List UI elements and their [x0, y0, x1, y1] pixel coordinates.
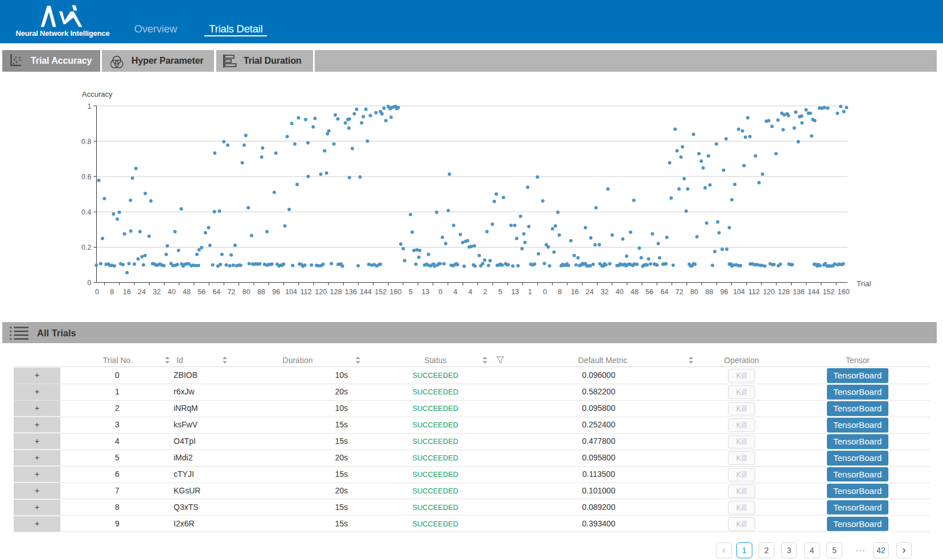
- svg-text:0.4: 0.4: [81, 208, 91, 216]
- svg-text:0.8: 0.8: [81, 138, 91, 146]
- svg-text:Accuracy: Accuracy: [82, 90, 113, 98]
- svg-text:152: 152: [823, 288, 835, 296]
- svg-text:96: 96: [272, 288, 280, 296]
- svg-text:0.6: 0.6: [81, 173, 91, 181]
- svg-text:144: 144: [360, 288, 372, 296]
- svg-text:96: 96: [720, 288, 728, 296]
- svg-text:64: 64: [661, 288, 669, 296]
- svg-text:136: 136: [793, 288, 805, 296]
- svg-text:0: 0: [543, 288, 547, 296]
- svg-text:88: 88: [705, 288, 713, 296]
- svg-text:8: 8: [558, 288, 562, 296]
- svg-text:56: 56: [197, 288, 205, 296]
- svg-text:16: 16: [123, 288, 131, 296]
- svg-text:24: 24: [586, 288, 594, 296]
- svg-text:8: 8: [110, 288, 114, 296]
- svg-text:1: 1: [88, 102, 92, 110]
- svg-text:2: 2: [483, 288, 487, 296]
- svg-text:152: 152: [375, 288, 387, 296]
- svg-text:5: 5: [498, 288, 502, 296]
- svg-text:24: 24: [138, 288, 146, 296]
- svg-text:0: 0: [438, 288, 442, 296]
- svg-text:16: 16: [571, 288, 579, 296]
- svg-text:4: 4: [468, 288, 472, 296]
- svg-text:72: 72: [676, 288, 683, 296]
- svg-text:Trial: Trial: [856, 279, 871, 288]
- svg-text:120: 120: [763, 288, 775, 296]
- svg-text:13: 13: [511, 288, 519, 296]
- svg-text:120: 120: [315, 288, 327, 296]
- svg-text:5: 5: [409, 288, 413, 296]
- svg-text:0: 0: [95, 288, 99, 296]
- svg-text:136: 136: [345, 288, 357, 296]
- svg-text:112: 112: [300, 288, 312, 296]
- svg-text:1: 1: [528, 288, 532, 296]
- svg-text:104: 104: [285, 288, 297, 296]
- svg-text:80: 80: [242, 288, 250, 296]
- svg-text:40: 40: [616, 288, 624, 296]
- svg-text:160: 160: [838, 288, 850, 296]
- svg-text:48: 48: [183, 288, 191, 296]
- svg-text:80: 80: [690, 288, 698, 296]
- svg-text:72: 72: [228, 288, 236, 296]
- svg-text:4: 4: [454, 288, 458, 296]
- svg-text:56: 56: [645, 288, 653, 296]
- svg-text:128: 128: [330, 288, 342, 296]
- svg-text:40: 40: [168, 288, 176, 296]
- svg-text:32: 32: [601, 288, 609, 296]
- svg-text:64: 64: [212, 288, 220, 296]
- svg-text:13: 13: [422, 288, 430, 296]
- svg-text:160: 160: [390, 288, 402, 296]
- svg-text:0: 0: [88, 279, 92, 287]
- svg-text:144: 144: [808, 288, 820, 296]
- svg-text:128: 128: [778, 288, 790, 296]
- svg-text:0.2: 0.2: [81, 244, 91, 252]
- svg-text:48: 48: [631, 288, 639, 296]
- svg-text:112: 112: [748, 288, 760, 296]
- svg-text:88: 88: [257, 288, 265, 296]
- svg-text:104: 104: [733, 288, 745, 296]
- svg-text:32: 32: [153, 288, 160, 296]
